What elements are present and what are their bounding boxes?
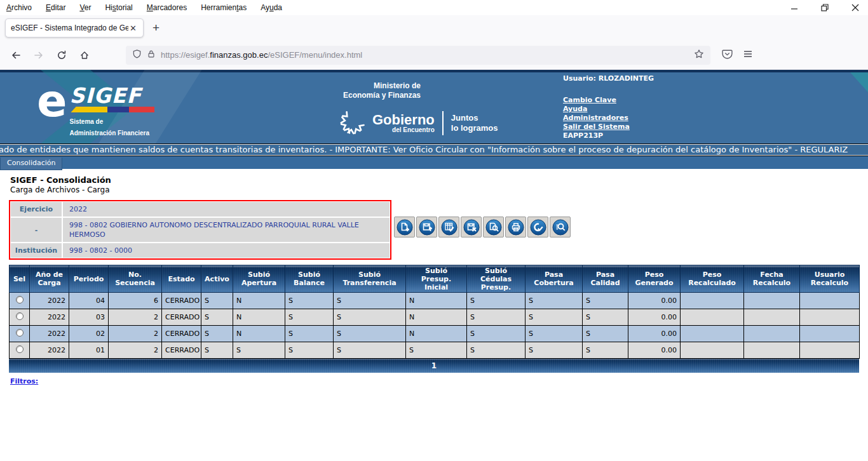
filters-link[interactable]: Filtros: (10, 377, 38, 385)
banner-top-line (0, 70, 868, 72)
table-cell (744, 293, 800, 309)
table-cell: 0.00 (628, 309, 681, 326)
browser-tabbar: eSIGEF - Sistema Integrado de Gestió ✕ + (0, 15, 868, 41)
table-cell: N (233, 293, 285, 309)
form-label-ejercicio: Ejercicio (11, 202, 62, 217)
home-icon[interactable] (75, 46, 94, 65)
table-cell: S (334, 293, 406, 309)
restore-icon[interactable] (821, 4, 829, 11)
form-label-entidad: - (11, 218, 62, 242)
table-cell: 02 (69, 326, 109, 342)
back-icon[interactable] (6, 46, 25, 65)
menu-ver[interactable]: Ver (79, 3, 91, 12)
app-code: EAPP213P (563, 131, 654, 140)
c-check-icon[interactable] (527, 217, 548, 237)
user-link-salir-del-sistema[interactable]: Salir del Sistema (563, 123, 654, 131)
decor-triangle (850, 72, 868, 97)
table-cell: 2 (109, 342, 162, 359)
app-header-banner: e SIGEF Sistema de Administración Financ… (0, 70, 868, 144)
printer-icon[interactable] (505, 217, 526, 237)
minimize-icon[interactable] (790, 4, 798, 11)
table-cell (681, 293, 744, 309)
column-header: No. Secuencia (109, 265, 162, 293)
global-search-icon[interactable] (550, 217, 571, 237)
table-cell (744, 342, 800, 359)
table-cell: S (201, 309, 233, 326)
table-cell (681, 342, 744, 359)
close-icon[interactable] (851, 4, 859, 11)
browser-tab[interactable]: eSIGEF - Sistema Integrado de Gestió ✕ (5, 18, 144, 37)
bookmark-star-icon[interactable] (694, 49, 704, 62)
column-header: Subió Transferencia (334, 265, 406, 293)
announcement-marquee: tado de entidades que mantienen saldos d… (0, 144, 868, 156)
new-tab-button[interactable]: + (153, 21, 159, 35)
form-value-ejercicio: 2022 (63, 202, 390, 217)
row-select-radio[interactable] (16, 312, 24, 320)
form-label-institucion: Institución (11, 243, 62, 258)
menu-archivo[interactable]: Archivo (6, 3, 32, 12)
table-cell: S (526, 293, 583, 309)
ministry-label: Ministerio de Economía y Finanzas (318, 81, 421, 100)
module-tabbar: Consolidación (0, 156, 868, 169)
table-cell: S (526, 309, 583, 326)
esigef-logo: e SIGEF Sistema de Administración Financ… (37, 81, 154, 138)
table-cell: CERRADO (162, 293, 201, 309)
table-cell: 2022 (30, 309, 69, 326)
table-row: 2022012CERRADOSSSSSSSS0.00 (10, 342, 860, 359)
new-document-icon[interactable] (394, 217, 415, 237)
user-link-administradores[interactable]: Administradores (563, 114, 654, 123)
table-cell: 6 (109, 293, 162, 309)
table-cell: S (285, 309, 334, 326)
table-cell: N (233, 309, 285, 326)
menu-historial[interactable]: Historial (105, 3, 132, 12)
user-link-ayuda[interactable]: Ayuda (563, 105, 654, 114)
forward-icon[interactable] (29, 46, 48, 65)
column-header: Subió Presup. Inicial (406, 265, 467, 293)
table-cell: 2022 (30, 326, 69, 342)
menu-editar[interactable]: Editar (46, 3, 65, 12)
user-link-cambio-clave[interactable]: Cambio Clave (563, 96, 654, 105)
document-search-icon[interactable] (483, 217, 504, 237)
table-cell: S (467, 326, 526, 342)
row-select-radio[interactable] (16, 345, 24, 353)
reload-icon[interactable] (52, 46, 71, 65)
url-bar[interactable]: https://esigef.finanzas.gob.ec/eSIGEF/me… (126, 46, 710, 65)
row-select-radio[interactable] (16, 296, 24, 304)
menu-marcadores[interactable]: Marcadores (147, 3, 187, 12)
save-upload-icon[interactable] (416, 217, 437, 237)
user-label: Usuario: RLOZADINTEG (563, 74, 654, 83)
shield-icon[interactable] (132, 49, 142, 62)
column-header: Pasa Cobertura (526, 265, 583, 293)
table-cell: S (201, 293, 233, 309)
save-delete-icon[interactable] (461, 217, 482, 237)
table-cell: 03 (69, 309, 109, 326)
table-row: 2022032CERRADOSNSSNSSS0.00 (10, 309, 860, 326)
page-number-link[interactable]: 1 (431, 361, 437, 370)
table-cell (744, 326, 800, 342)
table-cell: CERRADO (162, 342, 201, 359)
grid-check-icon[interactable] (438, 217, 459, 237)
logo-name: SIGEF (69, 83, 141, 108)
lock-icon[interactable] (147, 49, 156, 62)
table-cell: N (406, 309, 467, 326)
table-cell: CERRADO (162, 309, 201, 326)
table-cell: S (334, 326, 406, 342)
browser-navbar: https://esigef.finanzas.gob.ec/eSIGEF/me… (0, 41, 868, 70)
table-cell: S (583, 293, 628, 309)
table-cell (800, 326, 860, 342)
tab-close-icon[interactable]: ✕ (128, 23, 138, 33)
menu-herramientas[interactable]: Herramientas (201, 3, 247, 12)
column-header: Activo (201, 265, 233, 293)
pocket-icon[interactable] (722, 48, 733, 62)
menu-hamburger-icon[interactable] (743, 49, 753, 62)
row-select-radio[interactable] (16, 329, 24, 337)
table-cell: CERRADO (162, 326, 201, 342)
flag-bars (71, 107, 154, 112)
table-cell: S (583, 309, 628, 326)
page-title: SIGEF - Consolidación (10, 175, 868, 185)
menu-ayuda[interactable]: Ayuda (261, 3, 282, 12)
table-cell: S (467, 342, 526, 359)
tab-consolidacion[interactable]: Consolidación (0, 157, 62, 170)
table-cell: S (526, 342, 583, 359)
table-cell (800, 342, 860, 359)
